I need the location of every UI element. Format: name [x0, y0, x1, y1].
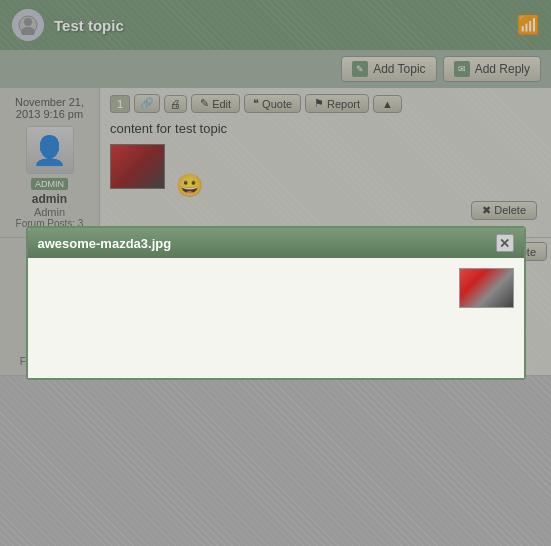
modal-thumbnail: [459, 268, 514, 308]
page-wrapper: Test topic 📶 ✎ Add Topic ✉ Add Reply Nov…: [0, 0, 551, 546]
modal-body: [28, 258, 524, 378]
modal: awesome-mazda3.jpg ✕: [26, 226, 526, 380]
modal-header: awesome-mazda3.jpg ✕: [28, 228, 524, 258]
modal-close-button[interactable]: ✕: [496, 234, 514, 252]
modal-title: awesome-mazda3.jpg: [38, 236, 172, 251]
modal-overlay: awesome-mazda3.jpg ✕: [0, 0, 551, 546]
